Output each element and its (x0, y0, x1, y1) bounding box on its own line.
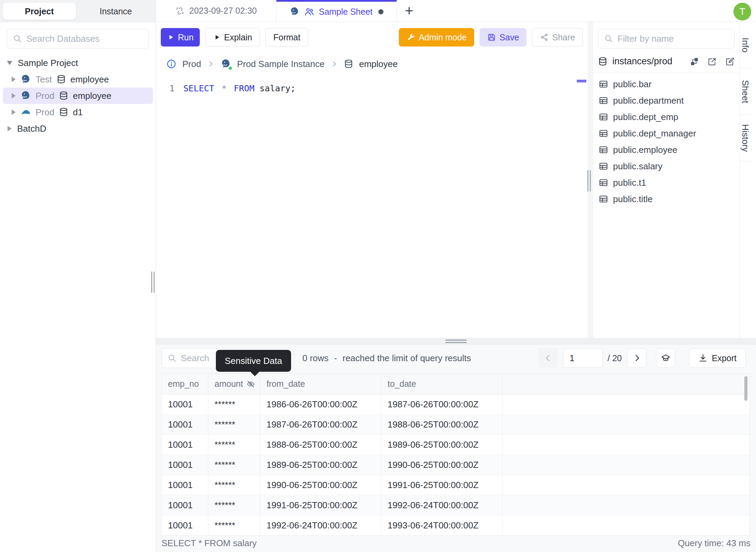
table-cell[interactable]: ****** (208, 435, 260, 455)
tree-item-prod-employee[interactable]: Prodemployee (3, 88, 153, 104)
table-cell[interactable]: 1987-06-26T00:00:00Z (260, 415, 381, 435)
save-button[interactable]: Save (480, 28, 526, 47)
caret-right-icon[interactable] (12, 109, 16, 115)
column-header-emp_no[interactable]: emp_no (162, 374, 208, 394)
table-cell[interactable]: 1989-06-25T00:00:00Z (260, 455, 381, 475)
breadcrumb-database[interactable]: employee (359, 59, 398, 69)
table-cell[interactable]: 1993-06-24T00:00:00Z (381, 515, 503, 536)
table-cell[interactable]: 1990-06-25T00:00:00Z (381, 455, 503, 475)
results-toolbar: 0 rows - reached the limit of query resu… (161, 348, 746, 368)
caret-right-icon[interactable] (8, 126, 12, 131)
table-item-public.title[interactable]: public.title (593, 191, 740, 207)
table-item-public.t1[interactable]: public.t1 (593, 174, 740, 191)
tab-project[interactable]: Project (3, 3, 76, 20)
table-cell[interactable]: 1990-06-25T00:00:00Z (260, 475, 381, 495)
sql-keyword: SELECT (183, 82, 214, 95)
table-name-label: public.employee (613, 145, 677, 155)
table-row[interactable]: 10001******1988-06-25T00:00:00Z1989-06-2… (162, 435, 750, 455)
caret-right-icon[interactable] (12, 77, 16, 82)
tab-adhoc-sheet[interactable]: 2023-09-27 02:30 (156, 0, 276, 22)
table-cell[interactable]: ****** (208, 475, 260, 495)
sidebar-resize-handle[interactable] (151, 272, 155, 293)
table-item-public.dept_manager[interactable]: public.dept_manager (593, 125, 740, 142)
table-cell[interactable]: 1988-06-25T00:00:00Z (381, 415, 503, 435)
table-item-public.dept_emp[interactable]: public.dept_emp (593, 109, 740, 125)
page-number-input[interactable] (563, 349, 603, 368)
caret-down-icon[interactable] (7, 61, 12, 65)
table-cell[interactable]: ****** (208, 495, 260, 515)
table-cell[interactable]: 1992-06-24T00:00:00Z (260, 515, 381, 536)
panel-tab-history[interactable]: History (740, 115, 751, 161)
table-item-public.department[interactable]: public.department (593, 92, 740, 109)
panel-resize-handle[interactable] (587, 170, 591, 192)
table-cell[interactable]: 1991-06-25T00:00:00Z (260, 495, 381, 515)
table-row[interactable]: 10001******1986-06-26T00:00:00Z1987-06-2… (162, 394, 750, 415)
column-header-from_date[interactable]: from_date (260, 374, 381, 394)
table-cell[interactable]: 1991-06-25T00:00:00Z (381, 475, 503, 495)
table-cell[interactable]: ****** (208, 455, 260, 475)
table-cell[interactable]: 1986-06-26T00:00:00Z (260, 394, 381, 415)
editor-scroll-indicator[interactable] (577, 80, 586, 82)
sql-editor[interactable]: 1 SELECT * FROM salary; (156, 78, 588, 338)
instance-path-row: instances/prod (593, 49, 740, 73)
panel-tab-sheet[interactable]: Sheet (740, 68, 751, 115)
share-button[interactable]: Share (532, 28, 583, 47)
table-item-public.salary[interactable]: public.salary (593, 158, 740, 174)
table-row[interactable]: 10001******1989-06-25T00:00:00Z1990-06-2… (162, 455, 750, 475)
new-sheet-button[interactable]: + (397, 0, 421, 22)
table-row[interactable]: 10001******1990-06-25T00:00:00Z1991-06-2… (162, 475, 750, 495)
table-cell[interactable]: 10001 (162, 435, 208, 455)
results-resize-handle[interactable] (445, 340, 467, 344)
next-page-button[interactable] (627, 349, 647, 368)
group-icon (304, 6, 314, 17)
table-cell[interactable]: 1988-06-25T00:00:00Z (260, 435, 381, 455)
export-button[interactable]: Export (689, 349, 746, 368)
table-cell[interactable]: ****** (208, 415, 260, 435)
instance-status-dot (228, 66, 233, 70)
schema-diagram-button[interactable] (690, 57, 699, 66)
panel-tab-info[interactable]: Info (740, 22, 751, 68)
prev-page-button[interactable] (538, 349, 558, 368)
table-cell[interactable]: 10001 (162, 455, 208, 475)
tree-item-batchd[interactable]: BatchD (0, 120, 156, 137)
run-button[interactable]: Run (161, 28, 200, 47)
table-row[interactable]: 10001******1991-06-25T00:00:00Z1992-06-2… (162, 495, 750, 515)
breadcrumb-instance[interactable]: Prod Sample Instance (237, 59, 325, 69)
table-cell[interactable]: ****** (208, 515, 260, 536)
table-scrollbar-thumb[interactable] (744, 376, 747, 401)
table-cell[interactable]: 10001 (162, 415, 208, 435)
table-row[interactable]: 10001******1987-06-26T00:00:00Z1988-06-2… (162, 415, 750, 435)
tree-item-test-employee[interactable]: Testemployee (3, 71, 153, 88)
table-cell[interactable]: ****** (208, 394, 260, 415)
results-summary: 0 rows - reached the limit of query resu… (302, 353, 471, 364)
filter-by-name-input[interactable] (617, 34, 732, 44)
table-item-public.bar[interactable]: public.bar (593, 76, 740, 92)
table-cell[interactable]: 1989-06-25T00:00:00Z (381, 435, 503, 455)
caret-right-icon[interactable] (12, 93, 16, 98)
tab-sample-sheet[interactable]: Sample Sheet (276, 0, 397, 22)
code-line: 1 SELECT * FROM salary; (156, 78, 588, 95)
search-databases-input[interactable] (26, 34, 143, 44)
table-cell[interactable]: 10001 (162, 495, 208, 515)
sidebar-mode-switch: Project Instance (0, 0, 156, 23)
table-cell[interactable]: 10001 (162, 394, 208, 415)
external-link-button[interactable] (707, 57, 717, 66)
explain-button[interactable]: Explain (205, 28, 260, 47)
tree-item-prod-d1[interactable]: Prodd1 (3, 104, 153, 120)
info-icon[interactable] (166, 59, 177, 69)
table-cell[interactable]: 10001 (162, 475, 208, 495)
admin-mode-button[interactable]: Admin mode (399, 28, 474, 47)
table-cell[interactable]: 1992-06-24T00:00:00Z (381, 495, 503, 515)
tree-item-sample-project[interactable]: Sample Project (0, 55, 156, 71)
table-cell[interactable]: 10001 (162, 515, 208, 536)
table-row[interactable]: 10001******1992-06-24T00:00:00Z1993-06-2… (162, 515, 750, 536)
user-avatar[interactable]: T (733, 3, 751, 21)
breadcrumb-env[interactable]: Prod (182, 59, 201, 69)
format-button[interactable]: Format (265, 28, 308, 47)
edit-sheet-button[interactable] (725, 57, 735, 66)
column-header-to_date[interactable]: to_date (381, 374, 503, 394)
tab-instance[interactable]: Instance (76, 6, 156, 16)
data-masking-button[interactable] (656, 349, 675, 368)
table-cell[interactable]: 1987-06-26T00:00:00Z (381, 394, 503, 415)
table-item-public.employee[interactable]: public.employee (593, 142, 740, 158)
